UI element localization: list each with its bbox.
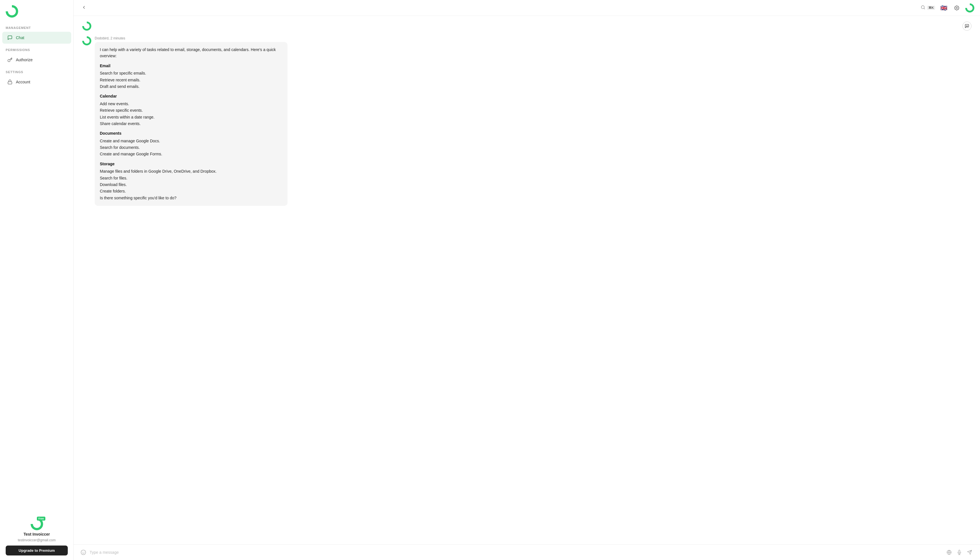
chat-icon [7,35,13,41]
message-bubble: I can help with a variety of tasks relat… [95,42,288,206]
section-label-settings: SETTINGS [0,67,73,75]
section-storage-title: Storage [100,161,282,167]
calendar-item-2: List events within a date range. [100,114,282,120]
topbar-right: ⌘K 🇬🇧 [921,3,974,12]
search-shortcut[interactable]: ⌘K [921,5,935,10]
send-button[interactable] [966,549,973,556]
message-sender: Dodobird [95,36,108,40]
section-email-title: Email [100,63,282,69]
chat-area: Dodobird, 2 minutes I can help with a va… [74,16,980,544]
emoji-button[interactable] [80,550,86,555]
free-badge: Free [37,517,45,521]
topbar-avatar[interactable] [965,3,974,12]
documents-item-2: Create and manage Google Forms. [100,151,282,157]
lock-icon [7,79,13,85]
storage-item-2: Download files. [100,182,282,188]
logo-area [0,0,73,22]
email-item-1: Retrieve recent emails. [100,77,282,83]
section-label-management: MANAGEMENT [0,22,73,31]
message-intro: I can help with a variety of tasks relat… [100,47,282,59]
storage-item-0: Manage files and folders in Google Drive… [100,168,282,174]
chat-top-avatar [82,22,91,31]
topbar-left [79,4,88,12]
message-content: Dodobird, 2 minutes I can help with a va… [95,36,972,206]
uk-flag-icon: 🇬🇧 [940,5,947,11]
key-icon [7,57,13,63]
documents-item-1: Search for documents. [100,144,282,150]
input-area [74,544,980,560]
calendar-item-0: Add new events. [100,101,282,107]
email-item-0: Search for specific emails. [100,70,282,76]
collapse-sidebar-button[interactable] [79,4,88,12]
search-kbd: ⌘K [927,6,935,10]
user-avatar-wrap: Free [31,518,43,530]
mic-button[interactable] [956,549,963,556]
message-avatar [82,36,91,45]
storage-item-4: Is there something specific you'd like t… [100,195,282,201]
sidebar-item-account[interactable]: Account [2,76,71,88]
message-meta: Dodobird, 2 minutes [95,36,972,40]
search-icon [921,5,925,10]
main-area: ⌘K 🇬🇧 Dodobird, 2 minutes [74,0,980,560]
flag-button[interactable]: 🇬🇧 [939,3,948,12]
user-email: testinvoiccer@gmail.com [18,538,56,542]
authorize-label: Authorize [16,58,33,62]
svg-point-3 [956,7,958,8]
chat-header-row [82,22,972,31]
svg-line-2 [924,8,925,9]
sidebar-item-chat[interactable]: Chat [2,32,71,44]
message-time: 2 minutes [110,36,125,40]
user-name: Test Invoiccer [23,532,50,537]
section-calendar-title: Calendar [100,93,282,99]
input-actions [945,549,973,556]
settings-button[interactable] [952,3,961,12]
section-documents-title: Documents [100,130,282,137]
message-input[interactable] [90,550,942,555]
sidebar-user-area: Free Test Invoiccer testinvoiccer@gmail.… [0,513,73,560]
chat-label: Chat [16,35,24,40]
topbar: ⌘K 🇬🇧 [74,0,980,16]
calendar-item-3: Share calendar events. [100,120,282,127]
documents-item-0: Create and manage Google Docs. [100,138,282,144]
email-item-2: Draft and send emails. [100,83,282,90]
app-logo [6,5,18,18]
new-chat-button[interactable] [962,22,972,31]
storage-item-3: Create folders. [100,188,282,194]
upgrade-button[interactable]: Upgrade to Premium [6,545,68,555]
section-label-permissions: PERMISSIONS [0,44,73,53]
svg-rect-0 [8,82,12,84]
storage-item-1: Search for files. [100,175,282,181]
account-label: Account [16,80,30,84]
calendar-item-1: Retrieve specific events. [100,107,282,113]
svg-point-6 [81,550,86,555]
sidebar-item-authorize[interactable]: Authorize [2,54,71,66]
message-block: Dodobird, 2 minutes I can help with a va… [82,36,972,206]
sidebar: MANAGEMENT Chat PERMISSIONS Authorize SE… [0,0,74,560]
attachment-button[interactable] [945,549,953,556]
